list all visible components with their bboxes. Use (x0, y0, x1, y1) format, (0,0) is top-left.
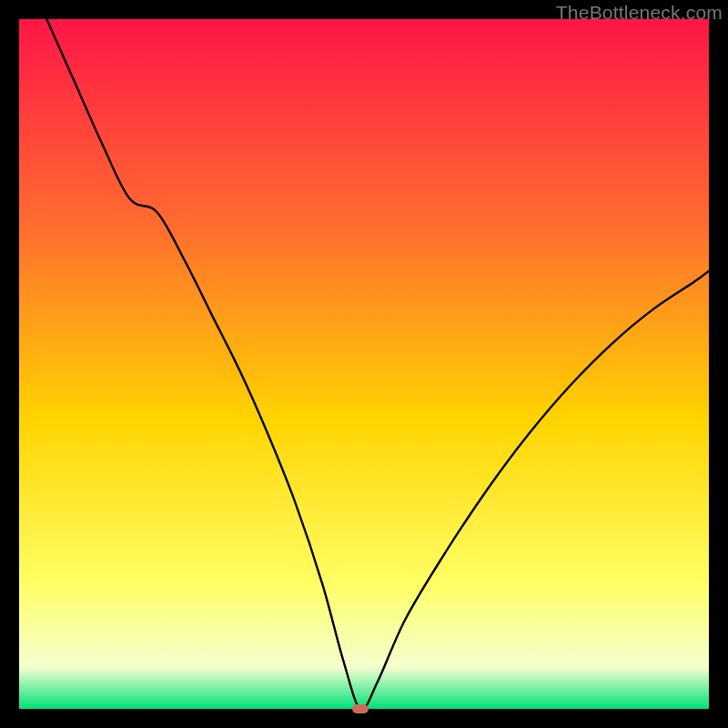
plot-area (19, 19, 709, 709)
bottleneck-curve (46, 19, 709, 709)
watermark-text: TheBottleneck.com (556, 2, 723, 24)
curve-layer (19, 19, 709, 709)
minimum-marker (352, 704, 369, 713)
chart-stage: TheBottleneck.com (0, 0, 728, 728)
